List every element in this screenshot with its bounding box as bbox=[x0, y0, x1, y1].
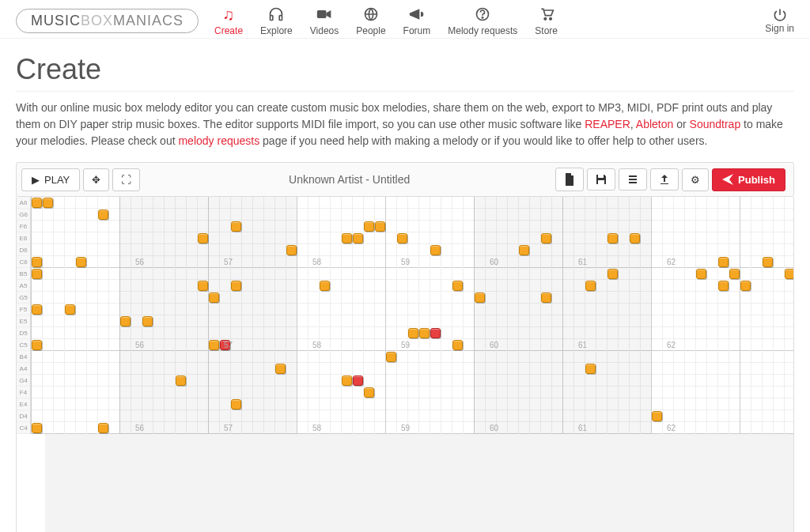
note-cell[interactable] bbox=[740, 281, 751, 291]
note-cell[interactable] bbox=[419, 328, 430, 338]
list-icon bbox=[627, 174, 638, 185]
note-cell[interactable] bbox=[32, 304, 42, 315]
nav-people[interactable]: People bbox=[356, 5, 385, 36]
note-cell[interactable] bbox=[320, 281, 330, 291]
brand-logo[interactable]: MUSICBOXMANIACS bbox=[16, 9, 199, 33]
note-cell[interactable] bbox=[763, 257, 773, 267]
note-cell[interactable] bbox=[231, 221, 241, 232]
note-cell[interactable] bbox=[729, 269, 740, 279]
note-cell[interactable] bbox=[209, 292, 219, 303]
nav-label: Forum bbox=[403, 25, 431, 36]
page-title: Create bbox=[16, 53, 794, 92]
note-cell[interactable] bbox=[353, 233, 363, 243]
note-cell[interactable] bbox=[32, 423, 42, 433]
note-cell[interactable] bbox=[452, 281, 463, 291]
note-cell[interactable] bbox=[541, 233, 551, 243]
note-cell[interactable] bbox=[231, 399, 241, 409]
note-cell[interactable] bbox=[98, 423, 108, 433]
note-cell[interactable] bbox=[286, 245, 297, 255]
note-cell[interactable] bbox=[630, 233, 640, 243]
note-cell[interactable] bbox=[585, 281, 596, 291]
question-icon bbox=[475, 5, 490, 24]
link-reaper[interactable]: REAPER bbox=[585, 118, 630, 130]
move-button[interactable]: ✥ bbox=[83, 168, 109, 191]
note-cell[interactable] bbox=[198, 233, 208, 243]
note-cell[interactable] bbox=[364, 387, 374, 398]
note-cell[interactable] bbox=[176, 375, 186, 386]
note-cell[interactable] bbox=[652, 411, 662, 421]
nav-create[interactable]: ♫ Create bbox=[214, 5, 243, 36]
play-button[interactable]: ▶ PLAY bbox=[21, 168, 80, 191]
bar-number: 58 bbox=[312, 341, 321, 349]
nav-forum[interactable]: Forum bbox=[403, 5, 431, 36]
note-cell[interactable] bbox=[353, 375, 363, 386]
export-button[interactable] bbox=[650, 168, 679, 191]
link-melody-requests[interactable]: melody requests bbox=[178, 134, 259, 147]
publish-button[interactable]: Publish bbox=[712, 168, 785, 191]
nav-melody-requests[interactable]: Melody requests bbox=[448, 5, 517, 36]
note-cell[interactable] bbox=[386, 352, 396, 362]
bar-number: 60 bbox=[490, 341, 498, 349]
bar-number: 56 bbox=[135, 258, 144, 266]
svg-rect-0 bbox=[271, 16, 273, 21]
note-cell[interactable] bbox=[65, 304, 75, 315]
note-row-label: G5 bbox=[17, 292, 31, 304]
note-cell[interactable] bbox=[608, 233, 618, 243]
note-row-label: E5 bbox=[17, 315, 31, 327]
note-cell[interactable] bbox=[408, 328, 418, 338]
note-cell[interactable] bbox=[430, 328, 441, 338]
note-cell[interactable] bbox=[275, 364, 286, 374]
note-cell[interactable] bbox=[430, 245, 441, 255]
nav-explore[interactable]: Explore bbox=[260, 5, 293, 36]
bar-number: 59 bbox=[401, 258, 410, 266]
note-cell[interactable] bbox=[209, 340, 219, 350]
note-cell[interactable] bbox=[364, 221, 374, 232]
note-cell[interactable] bbox=[785, 269, 793, 279]
brand-part2: BOX bbox=[81, 13, 113, 28]
note-cell[interactable] bbox=[120, 316, 131, 326]
note-cell[interactable] bbox=[32, 269, 42, 279]
nav-label: Store bbox=[535, 25, 558, 36]
note-cell[interactable] bbox=[32, 340, 42, 350]
note-cell[interactable] bbox=[475, 292, 485, 303]
note-cell[interactable] bbox=[452, 340, 463, 350]
svg-rect-4 bbox=[410, 13, 412, 15]
note-cell[interactable] bbox=[32, 257, 42, 267]
note-cell[interactable] bbox=[231, 281, 241, 291]
note-cell[interactable] bbox=[342, 375, 352, 386]
editor-area[interactable]: A6G6F6E6D6C6B5A5G5F5E5D5C5B4A4G4F4E4D4C4… bbox=[16, 197, 794, 532]
note-cell[interactable] bbox=[142, 316, 153, 326]
note-cell[interactable] bbox=[718, 257, 729, 267]
editor-scroll[interactable]: A6G6F6E6D6C6B5A5G5F5E5D5C5B4A4G4F4E4D4C4… bbox=[17, 197, 793, 532]
note-cell[interactable] bbox=[585, 364, 596, 374]
note-cell[interactable] bbox=[198, 281, 208, 291]
note-cell[interactable] bbox=[718, 281, 729, 291]
note-cell[interactable] bbox=[98, 209, 108, 220]
link-soundtrap[interactable]: Soundtrap bbox=[690, 118, 741, 130]
save-button[interactable] bbox=[587, 168, 615, 191]
new-button[interactable] bbox=[555, 168, 584, 191]
fullscreen-button[interactable]: ⛶ bbox=[112, 168, 140, 191]
note-cell[interactable] bbox=[32, 198, 42, 208]
note-row-label: A6 bbox=[17, 197, 31, 209]
note-cell[interactable] bbox=[43, 198, 53, 208]
note-cell[interactable] bbox=[375, 221, 385, 232]
note-cell[interactable] bbox=[608, 269, 618, 279]
note-cell[interactable] bbox=[342, 233, 352, 243]
nav-store[interactable]: Store bbox=[535, 5, 558, 36]
link-ableton[interactable]: Ableton bbox=[636, 118, 673, 130]
note-cell[interactable] bbox=[519, 245, 529, 255]
svg-rect-9 bbox=[598, 175, 604, 178]
note-cell[interactable] bbox=[397, 233, 407, 243]
nav-videos[interactable]: Videos bbox=[310, 5, 339, 36]
bar-number: 61 bbox=[578, 341, 587, 349]
list-button[interactable] bbox=[619, 168, 647, 191]
note-cell[interactable] bbox=[541, 292, 551, 303]
main-navbar: MUSICBOXMANIACS ♫ Create Explore Videos … bbox=[0, 0, 810, 39]
settings-button[interactable]: ⚙ bbox=[682, 168, 709, 191]
signin-button[interactable]: Sign in bbox=[765, 7, 794, 34]
song-title: Unknown Artist - Untitled bbox=[143, 173, 555, 186]
note-cell[interactable] bbox=[696, 269, 706, 279]
send-icon bbox=[722, 174, 733, 185]
note-cell[interactable] bbox=[76, 257, 86, 267]
